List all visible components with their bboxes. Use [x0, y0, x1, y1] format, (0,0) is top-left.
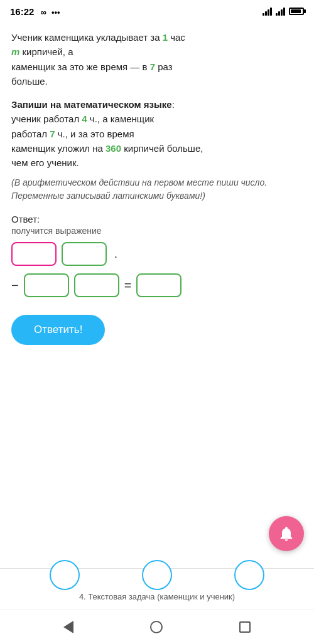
bottom-circles	[0, 560, 314, 590]
dot-separator: .	[114, 248, 117, 261]
tab-circle-2[interactable]	[142, 560, 172, 590]
status-icons	[263, 7, 304, 16]
note-text: (В арифметическом действии на первом мес…	[11, 176, 303, 203]
num4: 7	[50, 129, 55, 139]
signal-icon	[276, 7, 285, 16]
problem-text: Ученик каменщика укладывает за 1 час m к…	[11, 30, 303, 88]
input-box-4[interactable]	[74, 273, 119, 297]
input-box-5[interactable]	[136, 273, 181, 297]
battery-icon	[289, 8, 304, 15]
instruction-text: Запиши на математическом языке: ученик р…	[11, 97, 303, 170]
status-time: 16:22 ∞ •••	[10, 6, 60, 17]
back-icon	[63, 621, 73, 633]
equals-operator: =	[124, 278, 132, 293]
answer-label: Ответ:	[11, 214, 303, 224]
recents-button[interactable]	[239, 621, 251, 633]
home-icon	[150, 621, 163, 633]
tab-circle-1[interactable]	[50, 560, 80, 590]
main-content: Ученик каменщика укладывает за 1 час m к…	[0, 23, 314, 365]
input-box-3[interactable]	[24, 273, 69, 297]
num1: 1	[163, 32, 168, 43]
status-bar: 16:22 ∞ •••	[0, 0, 314, 23]
expr-row-2: − =	[11, 273, 303, 297]
back-button[interactable]	[63, 621, 73, 633]
input-box-1[interactable]	[11, 242, 57, 266]
minus-operator: −	[11, 278, 19, 293]
num5: 360	[106, 143, 121, 154]
wifi-icon	[263, 7, 272, 16]
input-box-2[interactable]	[62, 242, 107, 266]
page-label: 4. Текстовая задача (каменщик и ученик)	[0, 592, 314, 601]
tab-circle-3[interactable]	[234, 560, 264, 590]
submit-button[interactable]: Ответить!	[11, 315, 105, 345]
variable-m: m	[11, 46, 19, 57]
num3: 4	[82, 113, 87, 124]
bell-icon	[278, 525, 295, 542]
android-nav	[0, 609, 314, 644]
answer-section: Ответ: получится выражение . − =	[11, 214, 303, 297]
notification-bell-button[interactable]	[269, 516, 304, 551]
recents-icon	[239, 621, 251, 633]
expr-row-1: .	[11, 242, 303, 266]
answer-sublabel: получится выражение	[11, 226, 303, 236]
home-button[interactable]	[150, 621, 163, 633]
num2: 7	[150, 61, 155, 72]
